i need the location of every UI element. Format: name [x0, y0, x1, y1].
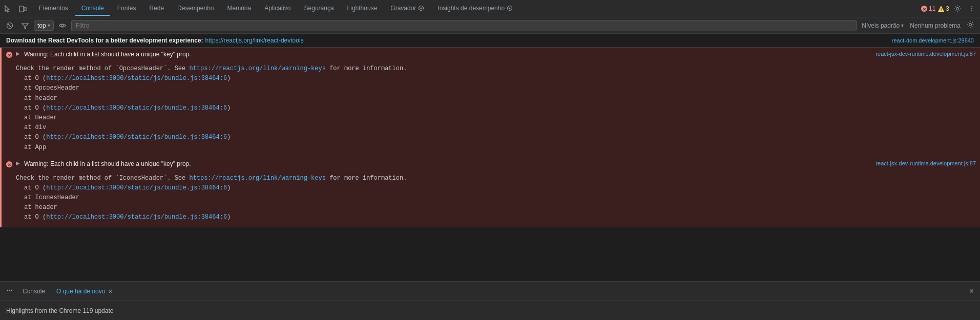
stack-line-1-0: at O (http://localhost:3000/static/js/bu… [24, 74, 976, 83]
warning-keys-link-1[interactable]: https://reactjs.org/link/warning-keys [189, 65, 325, 72]
svg-point-17 [969, 24, 972, 26]
error-badge: ✕ 11 [921, 5, 935, 12]
context-selector[interactable]: top ▾ [34, 20, 54, 31]
error-message-2: Warning: Each child in a list should hav… [24, 160, 191, 167]
info-banner: Download the React DevTools for a better… [0, 34, 980, 48]
svg-point-12 [971, 8, 972, 9]
select-element-icon[interactable] [2, 3, 14, 15]
console-output: Download the React DevTools for a better… [0, 34, 980, 281]
stack-line-2-2: at header [24, 203, 976, 212]
svg-point-13 [971, 10, 972, 11]
stack-line-1-4: at Header [24, 113, 976, 123]
tab-lighthouse[interactable]: Lighthouse [341, 2, 384, 16]
stack-line-2-3: at O (http://localhost:3000/static/js/bu… [24, 212, 976, 222]
context-label: top [37, 22, 46, 29]
svg-text:✕: ✕ [8, 162, 11, 167]
svg-text:!: ! [941, 7, 942, 12]
svg-rect-1 [24, 7, 26, 11]
devtools-window: Elementos Console Fontes Rede Desempenho… [0, 0, 980, 320]
stack-line-1-5: at div [24, 123, 976, 133]
svg-point-23 [9, 290, 10, 291]
svg-point-22 [7, 290, 8, 291]
warning-keys-link-2[interactable]: https://reactjs.org/link/warning-keys [189, 175, 325, 182]
context-chevron: ▾ [48, 23, 50, 28]
drawer-close-button[interactable]: × [966, 285, 977, 298]
tab-memoria[interactable]: Memória [221, 2, 258, 16]
bundle-link-1-0[interactable]: http://localhost:3000/static/js/bundle.j… [46, 75, 227, 82]
error-source-1[interactable]: react-jsx-dev-runtime.development.js:87 [875, 51, 976, 57]
info-banner-left: Download the React DevTools for a better… [6, 37, 304, 44]
eye-icon[interactable] [56, 20, 69, 31]
stack-line-1-6: at O (http://localhost:3000/static/js/bu… [24, 133, 976, 142]
error-icon-2: ✕ [6, 161, 13, 169]
tabs-right-controls: ✕ 11 ! 3 [921, 3, 978, 15]
error-header-2: ✕ ▶ Warning: Each child in a list should… [2, 157, 980, 172]
status-bar-text: Highlights from the Chrome 119 update [6, 307, 113, 314]
devtools-tabs-bar: Elementos Console Fontes Rede Desempenho… [0, 0, 980, 17]
stack-line-2-1: at IconesHeader [24, 193, 976, 203]
info-banner-text: Download the React DevTools for a better… [6, 37, 203, 44]
info-banner-source[interactable]: react-dom.development.js:29840 [892, 37, 974, 44]
bundle-link-2-3[interactable]: http://localhost:3000/static/js/bundle.j… [46, 214, 227, 221]
error-header-left-1: ✕ ▶ Warning: Each child in a list should… [6, 51, 191, 60]
bundle-link-1-3[interactable]: http://localhost:3000/static/js/bundle.j… [46, 104, 227, 112]
filter-icon[interactable] [18, 20, 32, 31]
svg-text:✕: ✕ [8, 53, 11, 58]
levels-chevron: ▾ [901, 23, 904, 28]
bundle-link-2-0[interactable]: http://localhost:3000/static/js/bundle.j… [46, 184, 227, 191]
info-banner-link[interactable]: https://reactjs.org/link/react-devtools [205, 37, 304, 44]
svg-point-24 [11, 290, 12, 291]
error-message-1: Warning: Each child in a list should hav… [24, 51, 191, 58]
filter-input[interactable] [71, 20, 857, 31]
tab-gravador[interactable]: Gravador [384, 2, 430, 16]
check-text-1: Check the render method of `OpcoesHeader… [16, 65, 407, 72]
svg-point-3 [421, 7, 422, 9]
device-toggle-icon[interactable] [16, 3, 29, 15]
error-toggle-2[interactable]: ▶ [16, 160, 20, 166]
more-options-icon[interactable] [966, 3, 978, 15]
svg-point-16 [61, 25, 64, 27]
svg-line-15 [8, 24, 11, 27]
tab-console[interactable]: Console [75, 2, 110, 16]
tab-aplicativo[interactable]: Aplicativo [258, 2, 297, 16]
settings-gear-icon[interactable] [951, 3, 964, 15]
error-toggle-1[interactable]: ▶ [16, 51, 20, 56]
tab-fontes[interactable]: Fontes [111, 2, 142, 16]
tab-desempenho[interactable]: Desempenho [171, 2, 220, 16]
error-icon-1: ✕ [6, 51, 13, 60]
levels-dropdown[interactable]: Níveis padrão ▾ [859, 20, 907, 31]
no-issues-label: Nenhum problema [910, 22, 961, 29]
drawer-tab-console[interactable]: Console [16, 285, 51, 298]
error-entry-2: ✕ ▶ Warning: Each child in a list should… [0, 157, 980, 227]
drawer-more-icon[interactable] [3, 285, 16, 297]
stack-line-1-3: at O (http://localhost:3000/static/js/bu… [24, 103, 976, 113]
toolbar-right: Níveis padrão ▾ Nenhum problema [859, 19, 977, 32]
tab-elementos[interactable]: Elementos [33, 2, 74, 16]
console-toolbar: top ▾ Níveis padrão ▾ Nenhum problema [0, 17, 980, 34]
error-body-1: Check the render method of `OpcoesHeader… [2, 62, 980, 157]
check-text-2: Check the render method of `IconesHeader… [16, 175, 407, 182]
svg-text:✕: ✕ [922, 7, 926, 11]
stack-line-2-0: at O (http://localhost:3000/static/js/bu… [24, 183, 976, 193]
error-source-2[interactable]: react-jsx-dev-runtime.development.js:87 [875, 160, 976, 166]
tab-insights[interactable]: Insights de desempenho [431, 2, 519, 16]
bundle-link-1-6[interactable]: http://localhost:3000/static/js/bundle.j… [46, 134, 227, 141]
stack-line-1-7: at App [24, 143, 976, 153]
warning-badge: ! 3 [937, 5, 949, 12]
error-header-1: ✕ ▶ Warning: Each child in a list should… [2, 48, 980, 62]
error-body-2: Check the render method of `IconesHeader… [2, 172, 980, 227]
drawer-new-tab[interactable]: O que há de novo × [51, 285, 118, 297]
drawer-close-tab-icon[interactable]: × [108, 287, 112, 295]
console-settings-icon[interactable] [964, 19, 977, 32]
svg-point-10 [956, 7, 959, 10]
svg-rect-0 [19, 6, 24, 12]
tab-rede[interactable]: Rede [143, 2, 170, 16]
error-header-left-2: ✕ ▶ Warning: Each child in a list should… [6, 160, 191, 169]
svg-point-5 [509, 7, 511, 9]
tab-seguranca[interactable]: Segurança [298, 2, 340, 16]
status-bar: Highlights from the Chrome 119 update [0, 301, 980, 320]
stack-line-1-2: at header [24, 94, 976, 103]
stack-line-1-1: at OpcoesHeader [24, 83, 976, 93]
svg-point-11 [971, 6, 972, 7]
clear-console-icon[interactable] [3, 20, 16, 31]
